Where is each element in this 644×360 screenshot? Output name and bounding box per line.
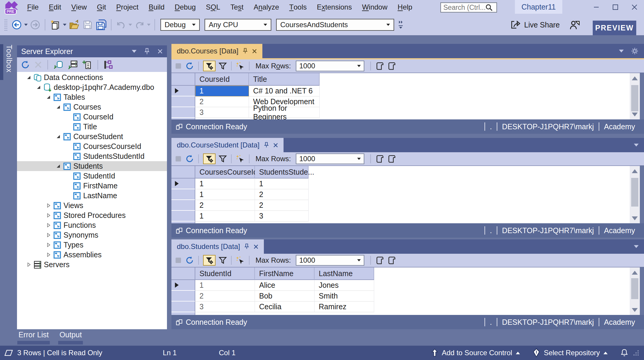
gear-icon[interactable] xyxy=(631,47,639,55)
tree-item-lastname[interactable]: LastName xyxy=(17,191,167,201)
line-number-status[interactable]: Ln 1 xyxy=(163,349,177,357)
close-icon[interactable] xyxy=(273,143,278,148)
save-button[interactable] xyxy=(81,18,94,32)
notifications-bell-button[interactable] xyxy=(620,348,628,357)
add-to-source-control-button[interactable]: Add to Source Control xyxy=(431,349,520,357)
column-header-courseid[interactable]: CourseId xyxy=(195,73,249,86)
grid-cell[interactable]: 1 xyxy=(195,179,255,189)
grid-cell[interactable]: 3 xyxy=(255,211,309,221)
undo-dropdown-caret-icon[interactable] xyxy=(129,24,132,26)
tree-collapsed-arrow-icon[interactable] xyxy=(46,253,51,257)
max-rows-dropdown[interactable]: 1000 xyxy=(296,61,364,71)
maximize-button[interactable] xyxy=(606,0,625,14)
menu-project[interactable]: Project xyxy=(111,0,144,14)
refresh-icon[interactable] xyxy=(185,61,194,70)
navigate-forward-button[interactable] xyxy=(29,18,42,32)
grid-cell[interactable]: Cecilia xyxy=(255,301,315,312)
filter-icon[interactable] xyxy=(219,256,227,264)
search-input[interactable] xyxy=(443,4,485,12)
row-header-cell[interactable] xyxy=(171,211,195,221)
menu-help[interactable]: Help xyxy=(393,0,417,14)
tab-dbo-courses-data[interactable]: dbo.Courses [Data] xyxy=(171,44,262,58)
row-header-cell[interactable] xyxy=(171,96,195,107)
close-icon[interactable] xyxy=(252,49,257,54)
pin-icon[interactable] xyxy=(264,142,269,148)
vertical-scrollbar[interactable] xyxy=(630,165,640,223)
scroll-down-icon[interactable] xyxy=(630,109,640,119)
grid-cell[interactable]: 2 xyxy=(195,200,255,211)
max-rows-dropdown[interactable]: 1000 xyxy=(296,255,364,266)
back-dropdown-caret-icon[interactable] xyxy=(24,24,28,26)
row-header-cell[interactable] xyxy=(171,107,195,118)
tree-collapsed-arrow-icon[interactable] xyxy=(46,233,51,237)
tree-expanded-arrow-icon[interactable] xyxy=(56,105,61,109)
menu-file[interactable]: File xyxy=(22,0,44,14)
pin-icon[interactable] xyxy=(244,244,249,250)
filter-icon[interactable] xyxy=(219,62,227,70)
tree-item-tables[interactable]: Tables xyxy=(17,92,167,102)
column-header-studentid[interactable]: StudentId xyxy=(195,267,255,280)
script-wand-icon[interactable] xyxy=(236,256,245,265)
tree-item-functions[interactable]: Functions xyxy=(17,220,167,230)
server-explorer-header[interactable]: Server Explorer xyxy=(17,45,167,57)
script-wand-icon[interactable] xyxy=(236,154,245,163)
tab-list-caret-icon[interactable] xyxy=(619,50,624,53)
tab-dbo-students-data[interactable]: dbo.Students [Data] xyxy=(171,239,264,254)
menu-view[interactable]: View xyxy=(66,0,92,14)
tree-item-coursescourseid[interactable]: CoursesCourseId xyxy=(17,141,167,151)
grid-cell[interactable]: 1 xyxy=(195,211,255,221)
grid-cell[interactable]: Jones xyxy=(315,280,374,291)
tree-item-courses[interactable]: Courses xyxy=(17,102,167,112)
tab-dbo-coursestudent-data[interactable]: dbo.CourseStudent [Data] xyxy=(171,138,284,152)
scroll-up-icon[interactable] xyxy=(630,267,640,278)
toolbar-overflow-button[interactable] xyxy=(398,21,403,29)
refresh-icon[interactable] xyxy=(21,60,30,70)
pin-icon[interactable] xyxy=(243,48,248,54)
tree-expanded-arrow-icon[interactable] xyxy=(27,75,31,80)
script-wand-icon[interactable] xyxy=(236,61,245,70)
tree-collapsed-arrow-icon[interactable] xyxy=(46,203,51,208)
save-all-button[interactable] xyxy=(94,18,108,32)
tree-item-coursestudent[interactable]: CourseStudent xyxy=(17,132,167,141)
show-sql-pane-icon[interactable] xyxy=(375,61,384,70)
grid-cell[interactable]: Alice xyxy=(255,280,315,291)
filter-settings-button[interactable] xyxy=(203,255,216,266)
add-connection-icon[interactable] xyxy=(82,60,92,70)
new-dropdown-caret-icon[interactable] xyxy=(63,24,66,26)
grid-corner-cell[interactable] xyxy=(171,166,195,179)
tree-item-servers[interactable]: Servers xyxy=(17,260,167,270)
menu-git[interactable]: Git xyxy=(92,0,111,14)
grid-cell[interactable]: 3 xyxy=(195,107,249,118)
auto-arrange-icon[interactable] xyxy=(103,60,113,70)
filter-settings-button[interactable] xyxy=(203,153,216,164)
toolbox-tab-label[interactable]: Toolbox xyxy=(5,45,13,73)
grid-cell[interactable]: Smith xyxy=(315,291,374,301)
startup-project-dropdown[interactable]: CoursesAndStudents xyxy=(276,19,394,31)
redo-button[interactable] xyxy=(133,18,146,32)
solution-configuration-dropdown[interactable]: Debug xyxy=(160,19,200,31)
live-share-button[interactable]: Live Share xyxy=(510,20,560,30)
tree-item-assemblies[interactable]: Assemblies xyxy=(17,250,167,260)
row-header-cell[interactable] xyxy=(171,280,195,291)
redo-dropdown-caret-icon[interactable] xyxy=(147,24,151,26)
stop-icon[interactable] xyxy=(174,256,182,264)
tree-item-studentsstudentid[interactable]: StudentsStudentId xyxy=(17,151,167,161)
panel-dropdown-caret-icon[interactable] xyxy=(132,50,137,53)
menu-edit[interactable]: Edit xyxy=(44,0,66,14)
solution-platform-dropdown[interactable]: Any CPU xyxy=(205,19,271,31)
menu-build[interactable]: Build xyxy=(143,0,169,14)
search-box[interactable] xyxy=(440,2,497,13)
stop-icon[interactable] xyxy=(174,155,182,163)
close-button[interactable] xyxy=(625,0,644,14)
vertical-scrollbar[interactable] xyxy=(630,267,640,315)
solution-title[interactable]: Chapter11 xyxy=(515,0,562,14)
scroll-down-icon[interactable] xyxy=(630,213,640,223)
close-icon[interactable] xyxy=(253,244,258,249)
grid-cell[interactable]: Bob xyxy=(255,291,315,301)
tree-item-synonyms[interactable]: Synonyms xyxy=(17,230,167,240)
show-sql-pane-icon[interactable] xyxy=(375,154,384,163)
menu-window[interactable]: Window xyxy=(357,0,392,14)
column-header-studentsstude-[interactable]: StudentsStude... xyxy=(255,166,309,179)
menu-debug[interactable]: Debug xyxy=(170,0,201,14)
grid-cell[interactable]: 2 xyxy=(255,189,309,200)
